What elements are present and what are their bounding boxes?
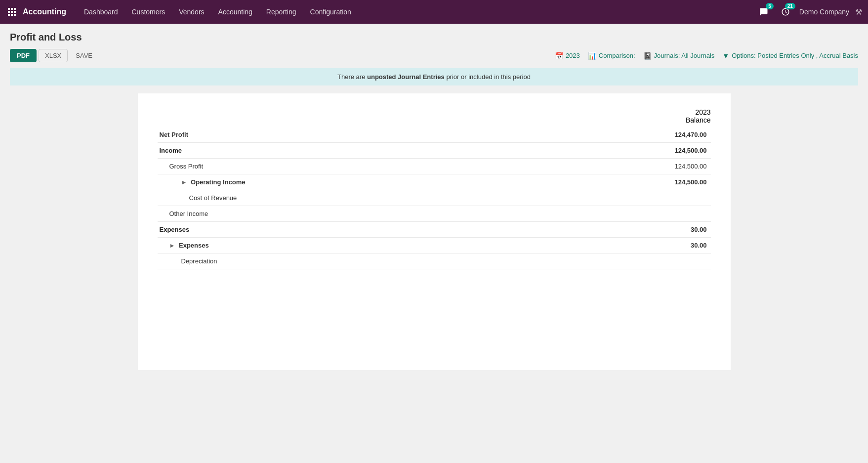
row-label: Cost of Revenue [158, 190, 642, 206]
report-col-year-header: 2023 Balance [632, 108, 711, 124]
app-name: Accounting [23, 7, 66, 16]
save-button[interactable]: SAVE [70, 49, 98, 62]
svg-rect-2 [14, 8, 16, 10]
activity-button[interactable]: 21 [778, 4, 793, 20]
row-value: 124,500.00 [642, 143, 711, 159]
row-label: ► Expenses [158, 238, 642, 253]
table-row: Net Profit 124,470.00 [158, 127, 711, 143]
table-row: Income 124,500.00 [158, 143, 711, 159]
messages-badge: 5 [766, 3, 774, 9]
banner-bold: unposted Journal Entries [367, 73, 445, 81]
nav-item-accounting[interactable]: Accounting [212, 5, 258, 19]
options-filter[interactable]: ▼ Options: Posted Entries Only , Accrual… [722, 52, 858, 60]
row-value [642, 206, 711, 222]
row-label: ► Operating Income [158, 174, 642, 190]
comparison-filter[interactable]: 📊 Comparison: [588, 52, 635, 60]
nav-item-dashboard[interactable]: Dashboard [78, 5, 124, 19]
nav-menu: Dashboard Customers Vendors Accounting R… [78, 5, 756, 19]
row-value [642, 253, 711, 269]
banner-prefix: There are [337, 73, 367, 81]
company-name: Demo Company [799, 8, 849, 16]
xlsx-button[interactable]: XLSX [39, 49, 68, 62]
svg-rect-1 [11, 8, 13, 10]
row-value: 124,500.00 [642, 174, 711, 190]
nav-item-customers[interactable]: Customers [126, 5, 171, 19]
table-row: Expenses 30.00 [158, 222, 711, 238]
row-label: Other Income [158, 206, 642, 222]
row-value: 124,470.00 [642, 127, 711, 143]
topnav-right: 5 21 Demo Company ⚒ [756, 4, 862, 20]
expand-icon[interactable]: ► [169, 242, 175, 249]
grid-icon[interactable] [6, 6, 18, 18]
svg-rect-6 [8, 14, 10, 16]
col-year: 2023 [632, 108, 711, 116]
svg-rect-3 [8, 11, 10, 13]
report-table: Net Profit 124,470.00 Income 124,500.00 [158, 127, 711, 269]
filter-icon: ▼ [722, 52, 729, 60]
journal-icon: 📓 [643, 52, 652, 60]
nav-item-vendors[interactable]: Vendors [173, 5, 210, 19]
row-label: Income [158, 143, 642, 159]
table-row: ► Operating Income 124,500.00 [158, 174, 711, 190]
table-row: ► Expenses 30.00 [158, 238, 711, 253]
options-label: Options: Posted Entries Only , Accrual B… [732, 52, 858, 59]
expand-icon[interactable]: ► [181, 179, 187, 186]
messages-button[interactable]: 5 [756, 4, 772, 20]
report-card: 2023 Balance Net Profit 124,470.00 [138, 93, 731, 370]
journals-label: Journals: All Journals [654, 52, 715, 59]
svg-rect-7 [11, 14, 13, 16]
year-filter[interactable]: 📅 2023 [555, 52, 580, 60]
svg-rect-4 [11, 11, 13, 13]
table-row: Gross Profit 124,500.00 [158, 159, 711, 174]
info-banner: There are unposted Journal Entries prior… [10, 68, 858, 85]
top-navigation: Accounting Dashboard Customers Vendors A… [0, 0, 868, 24]
nav-item-configuration[interactable]: Configuration [304, 5, 357, 19]
report-column-headers: 2023 Balance [158, 108, 711, 124]
activity-badge: 21 [785, 3, 795, 9]
year-value: 2023 [566, 52, 580, 59]
svg-rect-8 [14, 14, 16, 16]
row-label: Net Profit [158, 127, 642, 143]
row-value: 124,500.00 [642, 159, 711, 174]
table-row: Cost of Revenue [158, 190, 711, 206]
row-label: Expenses [158, 222, 642, 238]
page-title: Profit and Loss [10, 32, 858, 43]
svg-rect-5 [14, 11, 16, 13]
toolbar-left: PDF XLSX SAVE [10, 49, 98, 62]
toolbar: PDF XLSX SAVE 📅 2023 📊 Comparison: 📓 Jou… [10, 49, 858, 62]
pdf-button[interactable]: PDF [10, 49, 37, 62]
svg-rect-0 [8, 8, 10, 10]
col-balance: Balance [632, 116, 711, 124]
settings-icon[interactable]: ⚒ [855, 7, 862, 17]
row-label: Depreciation [158, 253, 642, 269]
table-row: Depreciation [158, 253, 711, 269]
row-value [642, 190, 711, 206]
row-label: Gross Profit [158, 159, 642, 174]
calendar-icon: 📅 [555, 52, 563, 60]
journals-filter[interactable]: 📓 Journals: All Journals [643, 52, 715, 60]
chart-icon: 📊 [588, 52, 596, 60]
toolbar-right: 📅 2023 📊 Comparison: 📓 Journals: All Jou… [555, 52, 858, 60]
row-value: 30.00 [642, 222, 711, 238]
page-content: Profit and Loss PDF XLSX SAVE 📅 2023 📊 C… [0, 24, 868, 378]
row-value: 30.00 [642, 238, 711, 253]
nav-item-reporting[interactable]: Reporting [260, 5, 302, 19]
banner-suffix: prior or included in this period [445, 73, 531, 81]
table-row: Other Income [158, 206, 711, 222]
comparison-label: Comparison: [599, 52, 635, 59]
